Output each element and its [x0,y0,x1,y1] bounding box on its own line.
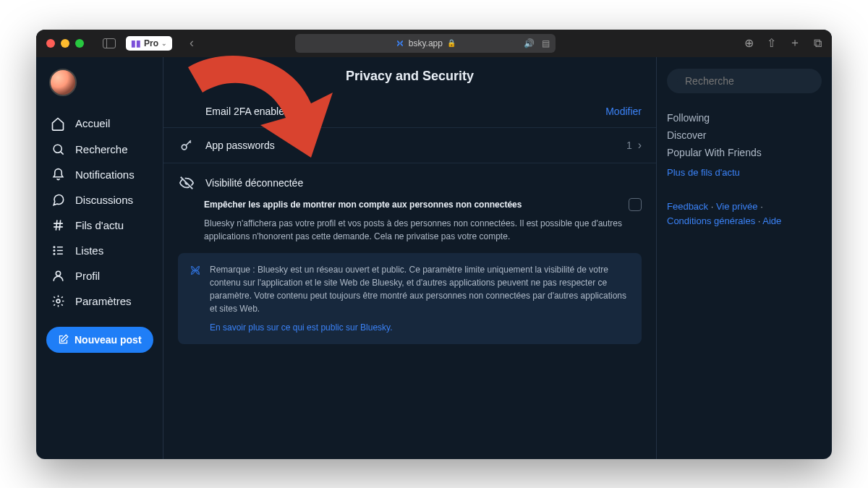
chat-icon [51,193,65,207]
svg-point-7 [677,80,678,81]
sidebar-item-discussions[interactable]: Discussions [46,187,157,213]
feed-discover[interactable]: Discover [667,127,822,144]
svg-point-5 [56,299,60,303]
bluesky-logo-icon [396,39,404,48]
url-bar[interactable]: bsky.app 🔒 🔊 ▤ [295,34,556,53]
visibility-section: Visibilité déconnectée Empêcher les appl… [163,163,656,356]
sidebar-item-search[interactable]: Recherche [46,137,157,162]
note-text: Remarque : Bluesky est un réseau ouvert … [210,265,626,314]
eye-off-icon [178,175,195,191]
feed-following[interactable]: Following [667,109,822,127]
sidebar-item-label: Recherche [75,143,128,155]
sidebar-toggle-icon[interactable] [103,38,116,48]
left-sidebar: Accueil Recherche Notifications Discussi… [36,57,163,459]
setting-app-passwords[interactable]: App passwords 1 › [163,128,656,163]
sidebar-item-profile[interactable]: Profil [46,263,157,288]
terms-link[interactable]: Conditions générales [667,215,755,226]
search-input[interactable] [685,75,812,87]
feed-popular[interactable]: Popular With Friends [667,144,822,161]
gear-icon [51,294,65,308]
svg-point-3 [54,253,55,254]
page-title: Privacy and Security [163,57,656,95]
new-post-button[interactable]: Nouveau post [46,327,153,353]
setting-label: App passwords [205,140,626,151]
svg-point-2 [54,249,55,251]
note-box: Remarque : Bluesky est un réseau ouvert … [178,253,642,344]
visibility-description: Bluesky n'affichera pas votre profil et … [178,217,642,243]
minimize-window-button[interactable] [61,39,69,48]
svg-point-4 [56,271,60,275]
svg-point-1 [54,246,55,247]
list-icon [51,244,65,257]
setting-email-2fa[interactable]: Email 2FA enabled Modifier [163,95,656,128]
footer-links: Feedback · Vie privée · Conditions génér… [667,200,822,230]
lock-icon: 🔒 [447,39,456,47]
visibility-title: Visibilité déconnectée [205,177,303,189]
sidebar-item-label: Discussions [75,194,133,206]
modify-link[interactable]: Modifier [605,106,642,117]
new-post-label: Nouveau post [75,334,142,346]
new-tab-icon[interactable]: ＋ [789,35,801,51]
browser-window: ▮▮ Pro ⌄ ‹ bsky.app 🔒 🔊 ▤ ⊕ ⇧ ＋ ⧉ [36,30,832,459]
sidebar-item-label: Listes [75,244,103,257]
close-window-button[interactable] [46,39,55,48]
titlebar: ▮▮ Pro ⌄ ‹ bsky.app 🔒 🔊 ▤ ⊕ ⇧ ＋ ⧉ [36,30,832,57]
sidebar-item-notifications[interactable]: Notifications [46,162,157,187]
main-panel: Privacy and Security Email 2FA enabled M… [163,57,657,459]
hash-icon [51,218,65,232]
learn-more-link[interactable]: En savoir plus sur ce qui est public sur… [210,321,630,334]
svg-point-6 [182,145,187,150]
download-icon[interactable]: ⊕ [744,36,754,50]
sidebar-item-feeds[interactable]: Fils d'actu [46,213,157,238]
back-button[interactable]: ‹ [182,35,201,51]
maximize-window-button[interactable] [75,39,84,48]
pro-badge[interactable]: ▮▮ Pro ⌄ [126,36,172,51]
key-icon [178,138,195,153]
home-icon [51,116,65,131]
search-icon [677,75,678,86]
toggle-label: Empêcher les applis de montrer mon compt… [204,200,620,210]
more-feeds-link[interactable]: Plus de fils d'actu [667,167,822,178]
search-box[interactable] [667,69,822,93]
info-icon [190,265,201,334]
traffic-lights [46,39,84,48]
sidebar-item-label: Notifications [75,168,135,181]
url-text: bsky.app [409,38,443,48]
sidebar-item-label: Fils d'actu [75,219,124,231]
search-icon [51,142,65,156]
reader-icon[interactable]: ▤ [542,38,550,48]
help-link[interactable]: Aide [762,215,781,226]
sidebar-item-label: Accueil [75,117,110,129]
sidebar-item-label: Profil [75,270,100,282]
share-icon[interactable]: ⇧ [767,36,776,50]
tabs-icon[interactable]: ⧉ [814,37,822,50]
compose-icon [58,334,69,345]
sidebar-item-label: Paramètres [75,295,132,307]
setting-label: Email 2FA enabled [205,106,605,117]
sidebar-item-settings[interactable]: Paramètres [46,288,157,314]
audio-icon[interactable]: 🔊 [524,38,535,48]
privacy-link[interactable]: Vie privée [716,201,758,212]
feedback-link[interactable]: Feedback [667,201,708,212]
chevron-right-icon: › [638,139,642,152]
right-sidebar: Following Discover Popular With Friends … [657,57,832,459]
profile-icon [51,269,65,283]
avatar[interactable] [49,69,77,96]
visibility-checkbox[interactable] [629,198,642,211]
count-badge: 1 [626,140,632,151]
sidebar-item-lists[interactable]: Listes [46,238,157,263]
bell-icon [51,168,65,181]
svg-point-0 [54,145,61,153]
pro-label: Pro [144,38,158,48]
sidebar-item-home[interactable]: Accueil [46,111,157,137]
